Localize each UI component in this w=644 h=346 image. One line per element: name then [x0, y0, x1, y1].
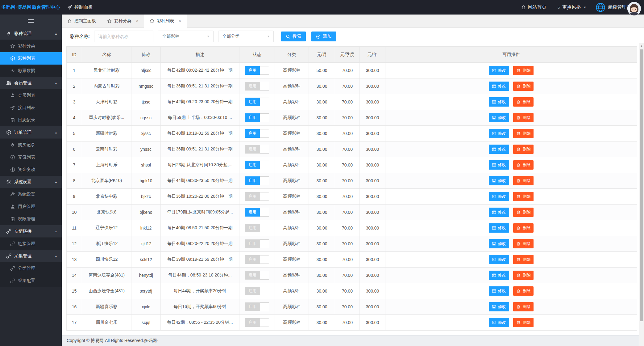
sidebar-section[interactable]: 采集管理▲	[0, 250, 62, 262]
sidebar-item[interactable]: 权限管理	[0, 213, 62, 225]
sidebar-item[interactable]: 彩种分类	[0, 40, 62, 52]
site-home-link[interactable]: 网站首页	[516, 0, 552, 15]
delete-button[interactable]: 删除	[513, 239, 534, 248]
close-icon[interactable]: ×	[136, 19, 139, 23]
delete-button[interactable]: 删除	[513, 129, 534, 138]
sidebar-item[interactable]: 用户管理	[0, 200, 62, 213]
cell-price-month: 30.00	[309, 126, 335, 141]
tab[interactable]: 控制主面板	[62, 15, 102, 27]
scrollbar-up-arrow[interactable]: ▲	[639, 43, 644, 48]
sidebar-item[interactable]: 购买记录	[0, 139, 62, 151]
sidebar-item-label: 链接管理	[18, 241, 35, 247]
delete-button[interactable]: 删除	[513, 318, 534, 327]
dashboard-link[interactable]: 控制面板	[62, 0, 98, 15]
lottery-type-select[interactable]: 全部彩种 ▼	[158, 31, 214, 42]
status-toggle[interactable]: 启用	[245, 129, 269, 138]
status-toggle[interactable]: 启用	[245, 98, 269, 106]
tab[interactable]: 彩种列表×	[144, 15, 187, 28]
lottery-name-input[interactable]	[94, 31, 153, 42]
sidebar-section[interactable]: 会员管理▲	[0, 77, 62, 89]
edit-button[interactable]: 修改	[489, 286, 509, 296]
sidebar-item[interactable]: 彩种列表	[0, 52, 62, 65]
avatar[interactable]	[627, 2, 641, 15]
add-button[interactable]: 添加	[311, 32, 336, 41]
tab[interactable]: 彩种分类×	[102, 15, 144, 27]
delete-button[interactable]: 删除	[513, 113, 534, 122]
status-toggle[interactable]: 启用	[245, 161, 269, 169]
scrollbar[interactable]: ▲	[639, 43, 644, 346]
edit-button[interactable]: 修改	[489, 192, 509, 201]
edit-button[interactable]: 修改	[489, 223, 509, 233]
close-icon[interactable]: ×	[178, 19, 181, 23]
edit-button[interactable]: 修改	[489, 129, 509, 138]
sidebar-section[interactable]: 友情链接▲	[0, 225, 62, 238]
sidebar-item[interactable]: 资金变动	[0, 163, 62, 176]
delete-button[interactable]: 删除	[513, 255, 534, 264]
cell-price-year: 300.00	[360, 126, 385, 141]
search-button[interactable]: 搜索	[281, 32, 306, 41]
cell-actions: 修改 删除	[385, 189, 637, 205]
delete-button[interactable]: 删除	[513, 286, 534, 296]
edit-button[interactable]: 修改	[489, 82, 509, 91]
status-toggle[interactable]: 启用	[245, 271, 269, 280]
edit-button[interactable]: 修改	[489, 176, 509, 185]
sidebar-section[interactable]: 彩种管理▲	[0, 27, 62, 40]
sidebar-item[interactable]: 充值列表	[0, 151, 62, 163]
sidebar-item[interactable]: 系统设置	[0, 188, 62, 200]
delete-button[interactable]: 删除	[513, 66, 534, 75]
category-select[interactable]: 全部分类 ▼	[218, 31, 274, 42]
delete-button[interactable]: 删除	[513, 97, 534, 107]
delete-button[interactable]: 删除	[513, 271, 534, 280]
edit-button[interactable]: 修改	[489, 302, 509, 311]
sidebar-section[interactable]: 订单管理▲	[0, 126, 62, 139]
delete-button[interactable]: 删除	[513, 82, 534, 91]
edit-button[interactable]: 修改	[489, 113, 509, 122]
edit-button[interactable]: 修改	[489, 208, 509, 217]
status-toggle[interactable]: 启用	[245, 66, 269, 75]
edit-button[interactable]: 修改	[489, 318, 509, 327]
edit-button[interactable]: 修改	[489, 239, 509, 248]
sidebar-item[interactable]: 分类管理	[0, 262, 62, 275]
status-toggle[interactable]: 启用	[245, 302, 269, 311]
status-toggle[interactable]: 启用	[245, 224, 269, 232]
status-toggle[interactable]: 启用	[245, 255, 269, 264]
sidebar-item[interactable]: 链接管理	[0, 238, 62, 250]
search-label: 搜索	[293, 34, 301, 39]
status-toggle[interactable]: 启用	[245, 192, 269, 201]
delete-button[interactable]: 删除	[513, 208, 534, 217]
delete-button[interactable]: 删除	[513, 192, 534, 201]
edit-button[interactable]: 修改	[489, 255, 509, 264]
edit-button[interactable]: 修改	[489, 66, 509, 75]
status-toggle[interactable]: 启用	[245, 208, 269, 217]
status-toggle[interactable]: 启用	[245, 145, 269, 154]
sidebar-item-label: 采集配置	[18, 278, 35, 284]
status-toggle[interactable]: 启用	[245, 318, 269, 327]
sidebar-item[interactable]: 接口列表	[0, 102, 62, 114]
pulse-icon	[10, 68, 15, 73]
edit-button[interactable]: 修改	[489, 160, 509, 170]
sidebar-item[interactable]: 日志记录	[0, 114, 62, 126]
sidebar-collapse-button[interactable]	[0, 15, 62, 27]
sidebar-section[interactable]: 系统设置▲	[0, 176, 62, 188]
delete-button[interactable]: 删除	[513, 223, 534, 233]
switch-style-menu[interactable]: ○ 更换风格 ▼	[552, 0, 592, 15]
status-toggle[interactable]: 启用	[245, 113, 269, 122]
app-logo[interactable]: 多码网·博易网后台管理中心	[0, 4, 62, 10]
sidebar-item[interactable]: 采集配置	[0, 275, 62, 287]
delete-button[interactable]: 删除	[513, 145, 534, 154]
scrollbar-thumb[interactable]	[640, 49, 643, 321]
delete-button[interactable]: 删除	[513, 160, 534, 170]
status-toggle[interactable]: 启用	[245, 287, 269, 295]
sidebar-item[interactable]: 彩票数据	[0, 65, 62, 77]
edit-button[interactable]: 修改	[489, 145, 509, 154]
lottery-name-label: 彩种名称:	[70, 34, 90, 40]
delete-label: 删除	[522, 162, 530, 168]
sidebar-item[interactable]: 会员列表	[0, 89, 62, 102]
status-toggle[interactable]: 启用	[245, 239, 269, 248]
delete-button[interactable]: 删除	[513, 176, 534, 185]
edit-button[interactable]: 修改	[489, 271, 509, 280]
status-toggle[interactable]: 启用	[245, 82, 269, 91]
edit-button[interactable]: 修改	[489, 97, 509, 107]
delete-button[interactable]: 删除	[513, 302, 534, 311]
status-toggle[interactable]: 启用	[245, 176, 269, 185]
